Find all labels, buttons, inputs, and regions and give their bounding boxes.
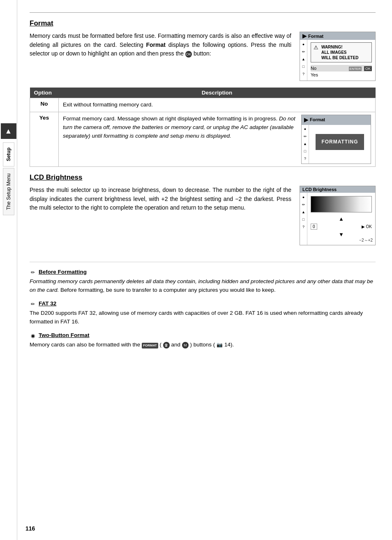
note2-title: FAT 32 [39,300,56,307]
lcd-brightness-bar [311,196,372,212]
description-yes: Format memory card. Message shown at rig… [59,112,376,166]
lcd-range: −2～+2 [307,238,375,245]
lcd-description: Press the multi selector up to increase … [30,186,291,245]
formatting-label: FORMATTING [316,134,364,150]
camera-icon [30,332,36,339]
format-button-label: FORMAT [142,343,158,348]
note1-body: Formatting memory cards permanently dele… [30,277,376,295]
notes-area: Before Formatting Formatting memory card… [30,262,376,349]
s2-icon-5: ? [302,156,308,162]
pencil-icon-1 [30,269,36,276]
screen2-body: ● ✏ ▲ □ ? FORMATTING [302,125,371,164]
icon-4: □ [301,64,307,69]
s2-icon-3: ▲ [302,141,308,147]
format-section: Format Memory cards must be formatted be… [30,19,376,167]
s2-icon-1: ● [302,127,308,132]
lcd-sidebar-icons: ● ✏ ▲ □ ? [300,193,307,245]
screen2-sidebar: ● ✏ ▲ □ ? [302,125,309,164]
screen-sidebar-icons: ● ✏ ▲ □ ? [300,40,307,81]
col-description-header: Description [59,88,376,98]
side-tabs: ▲ Setup The Setup Menu [0,0,17,540]
screen-main-body: ⚠ WARNING! ALL IMAGES WILL BE DELETED No [307,40,375,81]
note1-title: Before Formatting [39,269,87,275]
format-description: Memory cards must be formatted before fi… [30,32,291,81]
options-table: Option Description No Exit without forma… [30,88,376,167]
note3-title-row: Two-Button Format [30,332,376,339]
screen-option-no: No ENTER OK [311,65,372,72]
option-no: No [30,98,59,112]
trash-icon-btn: 🗑 [163,342,170,348]
screen2-main-body: FORMATTING [309,125,371,164]
warning-text: WARNING! ALL IMAGES WILL BE DELETED [321,44,358,60]
yes-description-text: Format memory card. Message shown at rig… [63,115,297,164]
format-screen-1: ▶ Format ● ✏ ▲ □ ? ⚠ [300,32,376,81]
format-text-3: button: [192,50,211,57]
lcd-icon-5: ? [301,224,307,230]
icon-5: ? [301,71,307,77]
yes-inner: Format memory card. Message shown at rig… [63,115,371,164]
enter-badge: ENTER [349,67,362,71]
format-screen2-header: ▶ Format [302,115,371,125]
lcd-icon-3: ▲ [301,209,307,215]
screen-body: ● ✏ ▲ □ ? ⚠ WARNING! ALL IMAGES [300,40,375,81]
format-bold: Format [146,42,166,48]
ok-badge: OK [364,66,372,71]
lcd-ok-label: ▶ OK [362,224,372,229]
lcd-screen: LCD Brightness ● ✏ ▲ □ ? ▲ 0 ▶ O [300,186,376,245]
icon-1: ● [301,42,307,47]
lcd-section: LCD Brightness Press the multi selector … [30,173,376,245]
format-title: Format [30,19,376,28]
format-intro: Memory cards must be formatted before fi… [30,32,376,81]
note-fat32: FAT 32 The D200 supports FAT 32, allowin… [30,300,376,326]
setup-icon: ▲ [1,123,16,139]
lcd-controls: 0 ▶ OK [307,222,375,231]
lcd-down-arrow: ▼ [307,231,375,238]
format-screen-header: ▶ Format [300,32,375,40]
description-no: Exit without formatting memory card. [59,98,376,112]
warning-box: ⚠ WARNING! ALL IMAGES WILL BE DELETED [311,42,372,62]
lcd-title: LCD Brightness [30,173,376,182]
sidebar-item-setup-menu[interactable]: The Setup Menu [3,168,14,215]
note3-body: Memory cards can also be formatted with … [30,341,376,349]
sidebar-item-setup[interactable]: Setup [3,142,14,166]
note-before-formatting: Before Formatting Formatting memory card… [30,269,376,295]
screen2-arrow: ▶ [304,116,308,124]
s2-icon-2: ✏ [302,134,308,140]
s2-icon-4: □ [302,149,308,155]
table-row-yes: Yes Format memory card. Message shown at… [30,112,376,166]
ok-button-icon: OK [185,51,192,58]
lcd-icon-1: ● [301,194,307,200]
icon-3: ▲ [301,56,307,62]
lcd-icon-2: ✏ [301,202,307,208]
screen-option-yes: Yes [311,72,372,78]
lcd-main-body: ▲ 0 ▶ OK ▼ −2～+2 [307,193,375,245]
format-screen-2: ▶ Format ● ✏ ▲ □ ? [301,115,371,164]
lcd-icon-4: □ [301,217,307,222]
page-number: 116 [25,525,35,532]
screen-arrow-icon: ▶ [302,33,307,39]
option-yes: Yes [30,112,59,166]
top-divider [30,12,376,13]
note2-body: The D200 supports FAT 32, allowing use o… [30,309,376,326]
mode-btn: M [182,342,189,348]
icon-2: ✏ [301,49,307,55]
lcd-body: Press the multi selector up to increase … [30,186,376,245]
lcd-value: 0 [311,224,317,230]
note-two-button-format: Two-Button Format Memory cards can also … [30,332,376,349]
lcd-screen-header: LCD Brightness [300,186,375,193]
col-option-header: Option [30,88,59,98]
note1-title-row: Before Formatting [30,269,376,276]
pencil-icon-2 [30,301,36,307]
page-ref-icon: 📷 [217,342,223,348]
note3-title: Two-Button Format [39,332,89,338]
note2-title-row: FAT 32 [30,300,376,308]
lcd-screen-sidebar: ● ✏ ▲ □ ? ▲ 0 ▶ OK ▼ −2～+2 [300,193,375,245]
main-content: Format Memory cards must be formatted be… [17,0,392,540]
lcd-up-arrow: ▲ [307,216,375,222]
warning-icon: ⚠ [314,44,318,51]
table-row-no: No Exit without formatting memory card. [30,98,376,112]
